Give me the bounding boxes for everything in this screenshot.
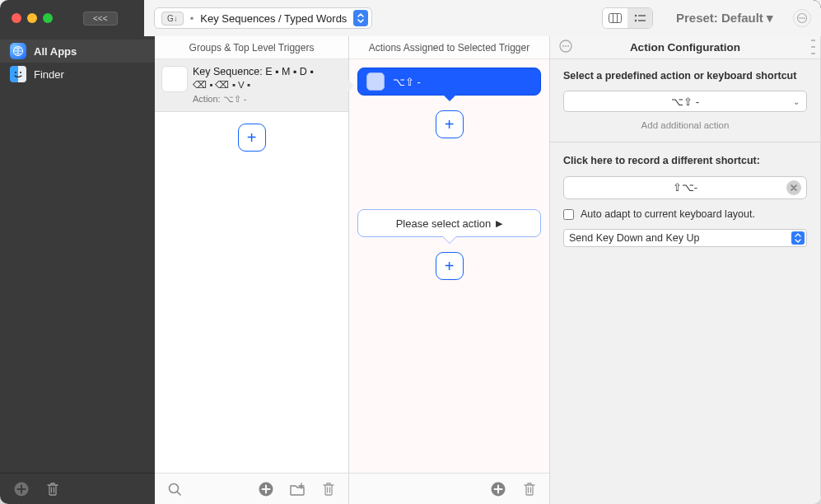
shortcut-recorder[interactable]: ⇧⌥-	[563, 176, 807, 199]
app-window: <<< G↓ • Key Sequences / Typed Words P	[0, 0, 821, 504]
view-columns-button[interactable]	[603, 8, 627, 28]
triggers-header: Groups & Top Level Triggers	[155, 36, 348, 59]
trigger-thumbnail	[161, 66, 188, 92]
svg-point-13	[20, 72, 21, 73]
actions-column: Actions Assigned to Selected Trigger ⌥⇧ …	[349, 36, 550, 504]
select-action-label: Please select action	[396, 217, 492, 230]
svg-rect-4	[638, 15, 646, 16]
svg-point-22	[567, 45, 569, 47]
titlebar: <<< G↓ • Key Sequences / Typed Words P	[0, 0, 821, 36]
config-title: Action Configuration	[630, 41, 740, 54]
svg-point-3	[635, 15, 637, 16]
sidebar-list: All Apps Finder	[0, 36, 155, 473]
clear-shortcut-button[interactable]	[786, 180, 801, 195]
traffic-lights: <<<	[0, 12, 144, 26]
predefined-action-select[interactable]: ⌥⇧ - ⌄	[563, 91, 807, 112]
dropdown-stepper-icon	[353, 10, 368, 26]
assigned-action-chip[interactable]: ⌥⇧ -	[357, 68, 541, 96]
category-label: Key Sequences / Typed Words	[200, 12, 347, 25]
svg-point-19	[560, 40, 571, 52]
svg-point-7	[798, 14, 807, 23]
action-chip-label: ⌥⇧ -	[393, 76, 421, 88]
record-label: Click here to record a different shortcu…	[563, 154, 807, 167]
add-action-button-2[interactable]: +	[436, 252, 464, 280]
back-button[interactable]: <<<	[83, 12, 118, 26]
group-button[interactable]	[287, 479, 307, 499]
auto-adapt-label: Auto adapt to current keyboard layout.	[581, 208, 755, 222]
view-mode-segmented[interactable]	[602, 7, 653, 29]
send-mode-value: Send Key Down and Key Up	[569, 232, 699, 244]
trigger-category-dropdown[interactable]: G↓ • Key Sequences / Typed Words	[154, 7, 372, 29]
sidebar-item-label: Finder	[34, 68, 64, 81]
add-action-footer-button[interactable]	[488, 479, 508, 499]
config-column: Action Configuration Select a predefined…	[550, 36, 821, 504]
svg-point-9	[801, 17, 803, 19]
svg-point-8	[800, 17, 801, 19]
actions-footer	[349, 473, 549, 504]
globe-icon	[10, 43, 26, 59]
delete-action-button[interactable]	[520, 479, 539, 499]
close-window-button[interactable]	[12, 13, 21, 23]
svg-point-18	[492, 482, 506, 496]
config-more-button[interactable]	[558, 39, 573, 57]
sidebar-item-finder[interactable]: Finder	[0, 63, 155, 86]
search-button[interactable]	[165, 479, 184, 499]
zoom-window-button[interactable]	[43, 13, 53, 23]
recorded-shortcut-value: ⇧⌥-	[673, 181, 697, 194]
trigger-row[interactable]: Key Sequence: E ▪ M ▪ D ▪ ⌫ ▪ ⌫ ▪ V ▪ Ac…	[155, 59, 348, 112]
minimize-window-button[interactable]	[27, 13, 37, 23]
svg-rect-6	[638, 20, 646, 21]
dropdown-stepper-icon	[791, 231, 805, 245]
action-thumbnail	[366, 72, 385, 91]
svg-line-16	[178, 492, 181, 495]
add-trigger-button[interactable]: +	[238, 124, 266, 152]
svg-point-17	[259, 482, 273, 496]
actions-body: ⌥⇧ - + Please select action ▶ +	[349, 59, 549, 473]
delete-app-button[interactable]	[43, 479, 63, 499]
divider	[550, 142, 820, 142]
chevron-down-icon: ⌄	[793, 97, 800, 106]
svg-point-15	[170, 483, 179, 492]
trigger-title: Key Sequence: E ▪ M ▪ D ▪	[193, 66, 340, 77]
toolbar: G↓ • Key Sequences / Typed Words Preset:…	[144, 0, 821, 36]
trigger-action-summary: Action: ⌥⇧ -	[193, 94, 340, 105]
play-icon: ▶	[496, 218, 502, 229]
predefined-label: Select a predefined action or keyboard s…	[563, 69, 807, 82]
delete-trigger-button[interactable]	[319, 479, 338, 499]
trigger-keys-line2: ⌫ ▪ ⌫ ▪ V ▪	[193, 79, 340, 91]
config-body: Select a predefined action or keyboard s…	[550, 59, 820, 257]
add-action-button-1[interactable]: +	[436, 110, 464, 138]
svg-point-10	[804, 17, 805, 19]
main-body: All Apps Finder Groups & To	[0, 36, 821, 504]
sidebar: All Apps Finder	[0, 36, 155, 504]
svg-point-11	[14, 47, 23, 56]
svg-point-20	[562, 45, 564, 47]
add-app-button[interactable]	[12, 479, 31, 499]
svg-rect-0	[609, 14, 621, 23]
triggers-body: +	[155, 112, 348, 473]
preset-selector[interactable]: Preset: Default ▾	[668, 7, 781, 29]
sidebar-footer	[0, 473, 155, 504]
config-header: Action Configuration	[550, 36, 820, 59]
separator-dot: •	[190, 12, 194, 25]
svg-point-12	[15, 72, 16, 73]
view-list-button[interactable]	[627, 8, 652, 28]
add-additional-action-link[interactable]: Add additional action	[563, 120, 807, 130]
actions-header: Actions Assigned to Selected Trigger	[349, 36, 549, 59]
predefined-action-value: ⌥⇧ -	[671, 96, 699, 108]
add-button[interactable]	[256, 479, 276, 499]
sidebar-item-label: All Apps	[34, 45, 77, 58]
more-menu-button[interactable]	[793, 9, 811, 27]
resize-handle-icon[interactable]	[811, 40, 815, 54]
auto-adapt-checkbox-row[interactable]: Auto adapt to current keyboard layout.	[563, 208, 807, 222]
triggers-column: Groups & Top Level Triggers Key Sequence…	[155, 36, 349, 504]
svg-point-14	[15, 482, 29, 496]
select-action-placeholder[interactable]: Please select action ▶	[357, 209, 541, 237]
sidebar-item-all-apps[interactable]: All Apps	[0, 40, 155, 63]
auto-adapt-checkbox[interactable]	[563, 209, 574, 220]
key-badge-icon: G↓	[161, 12, 184, 26]
svg-point-21	[565, 45, 567, 47]
send-mode-select[interactable]: Send Key Down and Key Up	[563, 229, 807, 247]
svg-point-5	[635, 20, 637, 21]
triggers-footer	[155, 473, 348, 504]
